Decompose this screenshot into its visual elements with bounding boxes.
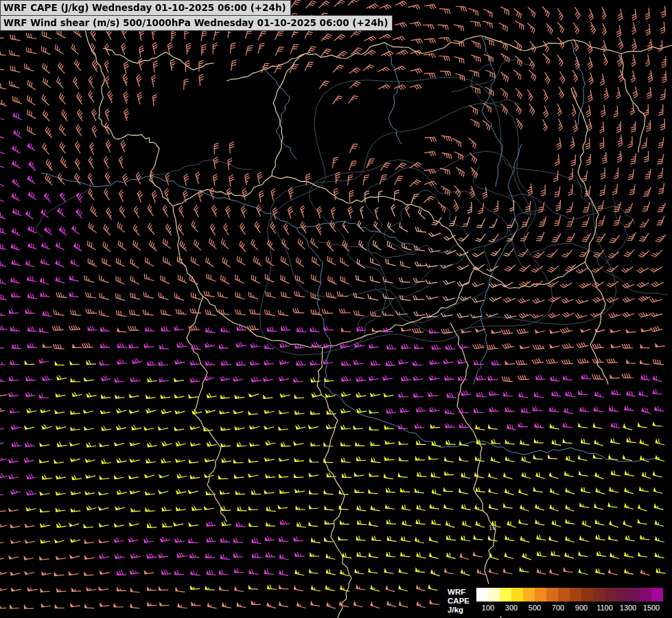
cape-legend: WRF CAPE J/kg 10030050070090011001300150… [442,584,669,616]
legend-color-cell [640,588,651,602]
legend-color-cell [570,588,581,602]
legend-tick-label: 900 [575,604,588,612]
legend-label-line3: J/kg [448,606,470,615]
legend-tick-label: 1100 [596,604,613,612]
legend-color-cell [511,588,523,602]
legend-color-bar [476,588,663,602]
legend-label-line1: WRF [448,588,470,597]
legend-label: WRF CAPE J/kg [448,588,470,615]
legend-tick-label: 1300 [620,604,636,612]
legend-color-cell [616,588,628,602]
legend-color-cell [651,588,663,602]
legend-label-line2: CAPE [448,597,470,606]
title-cape: WRF CAPE (J/kg) Wednesday 01-10-2025 06:… [0,0,291,16]
legend-color-cell [558,588,570,602]
legend-tick-row: 100300500700900110013001500 [476,603,663,614]
legend-color-cell [628,588,640,602]
legend-tick-label: 100 [482,604,494,612]
weather-map-canvas [0,0,672,618]
legend-tick-label: 500 [529,604,541,612]
legend-color-cell [523,588,535,602]
legend-color-cell [500,588,511,602]
legend-tick-label: 300 [505,604,518,612]
legend-color-cell [605,588,616,602]
legend-color-cell [476,588,488,602]
legend-color-cell [546,588,558,602]
map-title-block: WRF CAPE (J/kg) Wednesday 01-10-2025 06:… [0,0,393,31]
legend-tick-label: 700 [552,604,564,612]
legend-color-cell [593,588,605,602]
legend-tick-label: 1500 [643,604,660,612]
legend-color-cell [535,588,546,602]
title-wind-shear: WRF Wind shear (m/s) 500/1000hPa Wednesd… [0,15,393,31]
legend-color-cell [581,588,593,602]
legend-color-scale: 100300500700900110013001500 [476,588,663,614]
legend-color-cell [488,588,500,602]
wrf-weather-map-page: WRF CAPE (J/kg) Wednesday 01-10-2025 06:… [0,0,672,618]
